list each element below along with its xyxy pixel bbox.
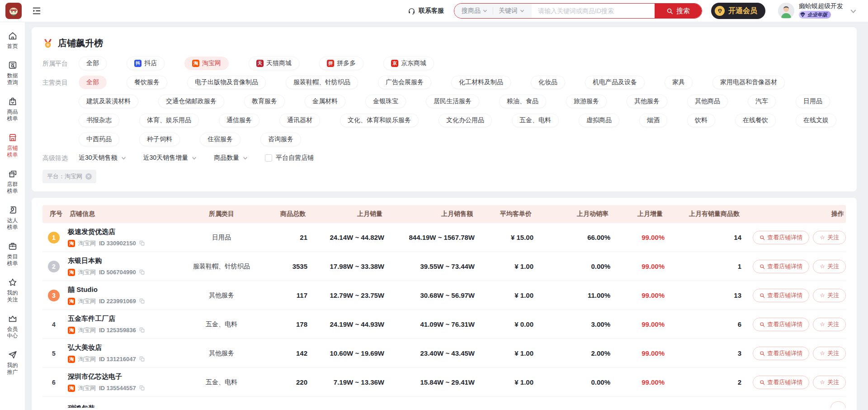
sidebar-item-label: 我的关注 bbox=[6, 290, 19, 303]
view-store-detail-button[interactable]: 查看店铺详情 bbox=[753, 231, 809, 244]
store-name[interactable]: 极速发货优选店 bbox=[68, 228, 181, 236]
category-chip[interactable]: 咨询服务 bbox=[260, 133, 301, 146]
store-name[interactable]: 深圳市亿芯达电子 bbox=[68, 372, 181, 381]
category-chip[interactable]: 旅游服务 bbox=[566, 95, 607, 108]
category-chip[interactable]: 其他服务 bbox=[627, 95, 667, 108]
category-chip[interactable]: 教育服务 bbox=[244, 95, 285, 108]
category-chip[interactable]: 饮料 bbox=[687, 114, 715, 127]
category-chip[interactable]: 居民生活服务 bbox=[426, 95, 479, 108]
person-icon bbox=[8, 205, 18, 215]
category-chip[interactable]: 交通仓储邮政服务 bbox=[158, 95, 224, 108]
category-chip[interactable]: 建筑及装潢材料 bbox=[79, 95, 138, 108]
follow-button[interactable]: ☆ 关注 bbox=[813, 376, 846, 389]
category-chip[interactable]: 体育、娱乐用品 bbox=[139, 114, 199, 127]
view-store-detail-button[interactable]: 查看店铺详情 bbox=[753, 260, 809, 273]
sales-amount-dropdown[interactable]: 近30天销售额 bbox=[79, 154, 126, 162]
category-chip[interactable]: 金银珠宝 bbox=[365, 95, 406, 108]
platform-chip[interactable]: 天 天猫商城 bbox=[249, 57, 299, 70]
category-chip[interactable]: 文化办公用品 bbox=[439, 114, 492, 127]
app-logo[interactable] bbox=[5, 3, 22, 19]
category-chip[interactable]: 家具 bbox=[665, 76, 693, 89]
category-chip[interactable]: 化妆品 bbox=[531, 76, 565, 89]
store-name[interactable]: 弘大美妆店 bbox=[68, 343, 181, 352]
category-chip[interactable]: 服装鞋帽、针纺织品 bbox=[286, 76, 358, 89]
platform-chip[interactable]: 淘 淘宝网 bbox=[184, 57, 229, 70]
view-store-detail-button[interactable]: 查看店铺详情 bbox=[753, 318, 809, 331]
self-operated-checkbox[interactable] bbox=[265, 154, 272, 162]
follow-button[interactable]: ☆ 关注 bbox=[813, 347, 846, 360]
follow-button[interactable]: ☆ 关注 bbox=[813, 318, 846, 331]
sidebar-item-data-query[interactable]: 数据查询 bbox=[0, 56, 25, 90]
copy-icon[interactable] bbox=[139, 356, 145, 362]
category-chip[interactable]: 电子出版物及音像制品 bbox=[187, 76, 266, 89]
category-chip[interactable]: 机电产品及设备 bbox=[585, 76, 645, 89]
category-chip[interactable]: 中西药品 bbox=[79, 133, 119, 146]
sell-through-cell: 66.00% bbox=[533, 234, 610, 241]
store-name[interactable]: 囍 Studio bbox=[68, 286, 181, 294]
category-chip[interactable]: 住宿服务 bbox=[200, 133, 241, 146]
sidebar-item-home[interactable]: 首页 bbox=[0, 26, 25, 54]
product-count-dropdown[interactable]: 商品数量 bbox=[214, 154, 248, 162]
platform-chip[interactable]: 京 京东商城 bbox=[383, 57, 434, 70]
view-store-detail-button[interactable] bbox=[830, 401, 846, 408]
category-chip[interactable]: 家用电器和音像器材 bbox=[712, 76, 785, 89]
category-chip[interactable]: 五金、电料 bbox=[512, 114, 559, 127]
sidebar-item-product-ranking[interactable]: 商品榜单 bbox=[0, 92, 25, 126]
search-button[interactable]: 搜索 bbox=[655, 4, 702, 18]
category-chip[interactable]: 文化、体育和娱乐服务 bbox=[340, 114, 419, 127]
category-chip[interactable]: 餐饮服务 bbox=[127, 76, 167, 89]
sidebar-item-shop-ranking[interactable]: 店铺榜单 bbox=[0, 128, 25, 162]
follow-button[interactable]: ☆ 关注 bbox=[813, 231, 846, 244]
follow-label: 关注 bbox=[827, 262, 839, 271]
search-scope-product-dropdown[interactable]: 搜商品 bbox=[456, 7, 493, 15]
store-name[interactable]: 东银日本购 bbox=[68, 257, 181, 265]
category-chip[interactable]: 汽车 bbox=[748, 95, 776, 108]
platform-chip[interactable]: 全部 bbox=[79, 57, 107, 70]
sidebar-collapse-toggle[interactable] bbox=[32, 6, 42, 16]
platform-chip[interactable]: 拼 拼多多 bbox=[319, 57, 363, 70]
follow-button[interactable]: ☆ 关注 bbox=[813, 260, 846, 273]
category-chip[interactable]: 在线餐饮 bbox=[735, 114, 776, 127]
contact-support-button[interactable]: 联系客服 bbox=[408, 7, 444, 15]
category-chip[interactable]: 金属材料 bbox=[305, 95, 345, 108]
platform-chip[interactable]: 抖 抖店 bbox=[127, 57, 165, 70]
store-name[interactable]: 五金车件工厂店 bbox=[68, 315, 181, 323]
view-store-detail-button[interactable]: 查看店铺详情 bbox=[753, 289, 809, 302]
search-input[interactable] bbox=[532, 4, 655, 18]
store-id: ID 506704990 bbox=[99, 269, 136, 276]
sidebar-item-shop-group-ranking[interactable]: 店群榜单 bbox=[0, 164, 25, 199]
category-chip[interactable]: 其他商品 bbox=[687, 95, 728, 108]
category-chip[interactable]: 化工材料及制品 bbox=[451, 76, 511, 89]
sidebar-item-category-ranking[interactable]: 类目榜单 bbox=[0, 237, 25, 271]
category-chip[interactable]: 广告会展服务 bbox=[378, 76, 431, 89]
store-name[interactable]: 瑞鸿包装 bbox=[68, 404, 181, 408]
sales-growth-dropdown[interactable]: 近30天销售增量 bbox=[143, 154, 197, 162]
sidebar-item-influencer-ranking[interactable]: 达人榜单 bbox=[0, 200, 25, 235]
category-chip[interactable]: 烟酒 bbox=[639, 114, 667, 127]
category-chip[interactable]: 通讯器材 bbox=[279, 114, 320, 127]
open-membership-button[interactable]: 开通会员 bbox=[711, 3, 765, 19]
user-menu[interactable]: 癞蛤蟆超级开发 企业年版 bbox=[778, 2, 856, 19]
category-chip[interactable]: 日用品 bbox=[796, 95, 830, 108]
self-operated-checkbox-row[interactable]: 平台自营店铺 bbox=[265, 154, 314, 162]
copy-icon[interactable] bbox=[139, 385, 145, 391]
sidebar-item-member-center[interactable]: 会员中心 bbox=[0, 309, 25, 343]
category-chip[interactable]: 书报杂志 bbox=[79, 114, 119, 127]
category-chip[interactable]: 通信服务 bbox=[219, 114, 259, 127]
view-store-detail-button[interactable]: 查看店铺详情 bbox=[753, 376, 809, 389]
category-chip[interactable]: 在线文娱 bbox=[796, 114, 836, 127]
search-scope-keyword-dropdown[interactable]: 关键词 bbox=[493, 7, 530, 15]
category-chip[interactable]: 虚拟商品 bbox=[579, 114, 619, 127]
category-chip[interactable]: 粮油、食品 bbox=[499, 95, 546, 108]
copy-icon[interactable] bbox=[139, 269, 145, 275]
category-chip[interactable]: 全部 bbox=[79, 76, 107, 89]
view-store-detail-button[interactable]: 查看店铺详情 bbox=[753, 347, 809, 360]
follow-button[interactable]: ☆ 关注 bbox=[813, 289, 846, 302]
sidebar-item-my-follow[interactable]: 我的关注 bbox=[0, 273, 25, 307]
copy-icon[interactable] bbox=[139, 298, 145, 304]
copy-icon[interactable] bbox=[139, 327, 145, 333]
category-chip[interactable]: 种子饲料 bbox=[139, 133, 180, 146]
sidebar-item-my-promotion[interactable]: 我的推广 bbox=[0, 345, 25, 380]
remove-filter-icon[interactable]: ✕ bbox=[85, 173, 92, 180]
copy-icon[interactable] bbox=[139, 240, 145, 246]
